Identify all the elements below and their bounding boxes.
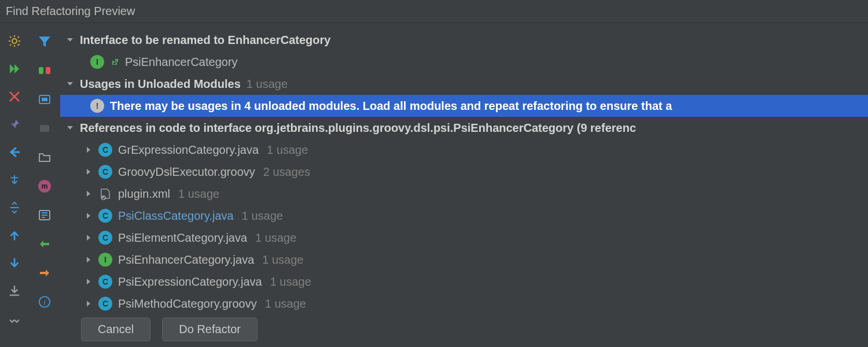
diff-next-button[interactable]	[34, 263, 55, 283]
module-button[interactable]: m	[34, 176, 55, 197]
file-name: PsiEnhancerCategory.java	[118, 253, 254, 267]
tree-file-row[interactable]: CPsiExpressionCategory.java1 usage	[60, 271, 868, 293]
svg-rect-5	[40, 125, 49, 132]
interface-icon: I	[98, 253, 112, 267]
svg-rect-4	[42, 98, 47, 101]
filter-button[interactable]	[34, 31, 55, 52]
scope-toggle-button[interactable]	[34, 89, 55, 110]
tree-warning-row[interactable]: ! There may be usages in 4 unloaded modu…	[60, 95, 868, 117]
settings-button[interactable]	[5, 31, 24, 51]
more-icon	[9, 318, 20, 324]
chevron-right-icon[interactable]	[83, 276, 94, 287]
interface-icon: I	[90, 55, 104, 69]
folder-button[interactable]	[34, 147, 55, 168]
group-toggle-button[interactable]	[34, 60, 55, 81]
close-icon	[8, 90, 21, 103]
info-button[interactable]: i	[34, 291, 55, 312]
tree-item-target[interactable]: I PsiEnhancerCategory	[60, 51, 868, 73]
chevron-down-icon[interactable]	[65, 123, 75, 133]
preview-icon	[38, 208, 52, 222]
tree-file-row[interactable]: CPsiClassCategory.java1 usage	[60, 205, 868, 227]
usage-count: 2 usages	[263, 165, 310, 179]
chevron-right-icon[interactable]	[83, 167, 94, 177]
file-name: PsiElementCategory.java	[118, 231, 247, 245]
up-button[interactable]	[5, 226, 24, 245]
svg-rect-1	[39, 67, 43, 74]
back-button[interactable]	[5, 142, 24, 162]
usage-count: 1 usage	[178, 187, 219, 201]
info-icon: i	[38, 296, 51, 308]
chevron-right-icon[interactable]	[83, 254, 94, 265]
module-icon: m	[38, 180, 51, 193]
dialog-buttons: Cancel Do Refactor	[60, 312, 868, 347]
results-panel: Interface to be renamed to EnhancerCateg…	[60, 23, 868, 347]
scope-icon	[38, 93, 52, 106]
diff2-icon	[38, 266, 52, 280]
back-icon	[8, 145, 21, 159]
diff-prev-button[interactable]	[34, 234, 55, 254]
chevron-down-icon[interactable]	[65, 79, 75, 89]
warning-icon: !	[90, 99, 104, 113]
pin-button[interactable]	[5, 115, 24, 134]
file-name: PsiExpressionCategory.java	[118, 275, 262, 289]
chevron-right-icon[interactable]	[83, 232, 94, 243]
file-name: GrExpressionCategory.java	[118, 143, 259, 157]
export-icon	[8, 285, 21, 297]
tree-section-unloaded[interactable]: Usages in Unloaded Modules 1 usage	[60, 73, 868, 95]
link-icon	[110, 57, 120, 67]
cancel-button[interactable]: Cancel	[81, 318, 150, 341]
xml-file-icon	[98, 187, 112, 201]
usage-count: 1 usage	[262, 253, 303, 267]
tree-file-row[interactable]: CPsiElementCategory.java1 usage	[60, 227, 868, 249]
section-heading: References in code to interface org.jetb…	[80, 121, 636, 135]
chevron-right-icon[interactable]	[83, 189, 94, 199]
file-name: plugin.xml	[118, 187, 170, 201]
class-icon: C	[98, 231, 112, 245]
close-button[interactable]	[5, 87, 24, 106]
collapse-all-button[interactable]	[5, 170, 24, 190]
more-button[interactable]	[5, 311, 24, 331]
chevron-right-icon[interactable]	[83, 298, 94, 309]
section-heading: Usages in Unloaded Modules	[80, 77, 241, 91]
tree-file-row[interactable]: CPsiMethodCategory.groovy1 usage	[60, 293, 868, 312]
tree-file-row[interactable]: CGrExpressionCategory.java1 usage	[60, 139, 868, 161]
file-name: GroovyDslExecutor.groovy	[118, 165, 255, 179]
toolbar-left-1	[0, 23, 29, 347]
pin-icon	[8, 118, 21, 131]
tree-file-row[interactable]: IPsiEnhancerCategory.java1 usage	[60, 249, 868, 271]
group-icon	[38, 65, 52, 76]
window-title: Find Refactoring Preview	[6, 5, 135, 18]
results-tree[interactable]: Interface to be renamed to EnhancerCateg…	[60, 23, 868, 312]
tree-file-row[interactable]: plugin.xml1 usage	[60, 183, 868, 205]
folder-icon	[38, 151, 52, 164]
square-icon	[38, 121, 52, 135]
tree-section-rename[interactable]: Interface to be renamed to EnhancerCateg…	[60, 29, 868, 51]
do-refactor-button[interactable]: Do Refactor	[162, 318, 258, 341]
tree-file-row[interactable]: CGroovyDslExecutor.groovy2 usages	[60, 161, 868, 183]
class-icon: C	[98, 297, 112, 311]
tree-section-references[interactable]: References in code to interface org.jetb…	[60, 117, 868, 139]
svg-rect-2	[46, 67, 50, 74]
divider-icon	[8, 201, 21, 214]
file-name: PsiClassCategory.java	[118, 209, 234, 223]
divider-button[interactable]	[5, 198, 24, 217]
export-button[interactable]	[5, 281, 24, 301]
down-button[interactable]	[5, 253, 24, 273]
file-name: PsiMethodCategory.groovy	[118, 297, 257, 311]
preview-button[interactable]	[34, 205, 55, 226]
class-icon: C	[98, 275, 112, 289]
up-icon	[8, 229, 21, 242]
rerun-icon	[8, 62, 21, 76]
folder-toggle-button[interactable]	[34, 118, 55, 139]
chevron-down-icon[interactable]	[65, 35, 75, 45]
chevron-right-icon[interactable]	[83, 211, 94, 221]
usage-count: 1 usage	[265, 297, 306, 311]
warning-text: There may be usages in 4 unloaded module…	[110, 99, 672, 113]
chevron-right-icon[interactable]	[83, 145, 94, 155]
settings-icon	[8, 34, 21, 48]
svg-text:i: i	[43, 298, 46, 307]
usage-count: 1 usage	[270, 275, 311, 289]
class-icon: C	[98, 209, 112, 223]
rerun-button[interactable]	[5, 59, 24, 79]
section-heading: Interface to be renamed to EnhancerCateg…	[80, 34, 330, 47]
